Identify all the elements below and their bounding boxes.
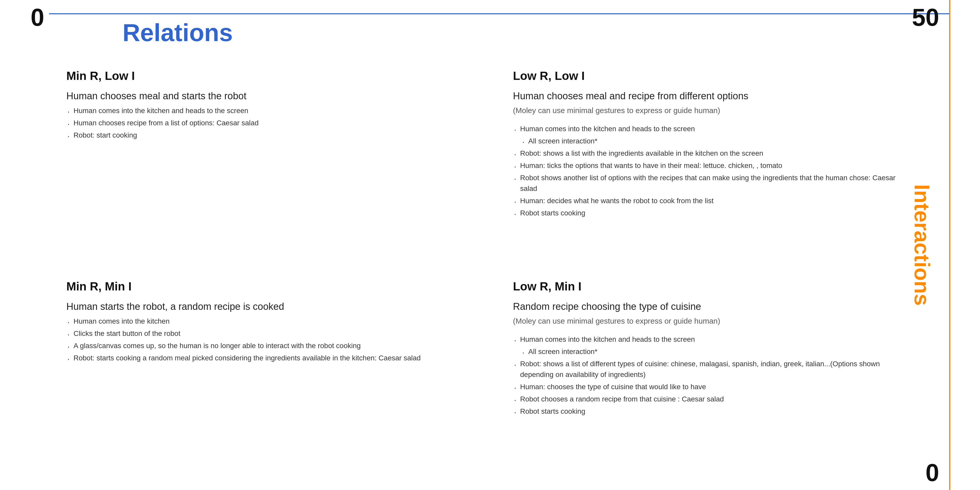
quadrant-1-bullets: Human comes into the kitchen and heads t… bbox=[66, 105, 467, 141]
bullet-item: Human comes into the kitchen bbox=[66, 316, 467, 327]
bullet-item: Robot starts cooking bbox=[513, 406, 914, 417]
page-title: Relations bbox=[123, 21, 233, 45]
bullet-item-sub: All screen interaction* bbox=[513, 136, 914, 146]
bullet-item: Robot chooses a random recipe from that … bbox=[513, 394, 914, 404]
quadrant-4-subtitle: Random recipe choosing the type of cuisi… bbox=[513, 301, 914, 313]
bullet-item: Robot shows another list of options with… bbox=[513, 172, 914, 194]
bullet-item: Robot starts cooking bbox=[513, 208, 914, 218]
bullet-item: Robot: start cooking bbox=[66, 130, 467, 141]
quadrant-2-subtitle: Human chooses meal and recipe from diffe… bbox=[513, 90, 914, 102]
quadrant-min-r-min-i: Min R, Min I Human starts the robot, a r… bbox=[51, 269, 482, 465]
top-left-number: 0 bbox=[30, 5, 44, 30]
bullet-item: Human: chooses the type of cuisine that … bbox=[513, 382, 914, 392]
bullet-item: Human comes into the kitchen and heads t… bbox=[66, 105, 467, 116]
quadrant-1-title: Min R, Low I bbox=[66, 69, 467, 83]
quadrant-4-subtitle-small: (Moley can use minimal gestures to expre… bbox=[513, 316, 914, 326]
top-blue-line bbox=[49, 13, 950, 14]
bullet-item: Robot: starts cooking a random meal pick… bbox=[66, 353, 467, 363]
bullet-item: Human: decides what he wants the robot t… bbox=[513, 196, 914, 206]
bullet-item: Robot: shows a list with the ingredients… bbox=[513, 148, 914, 159]
bullet-item-sub: All screen interaction* bbox=[513, 346, 914, 357]
bullet-item: Clicks the start button of the robot bbox=[66, 328, 467, 339]
bullet-item: Human chooses recipe from a list of opti… bbox=[66, 118, 467, 128]
bullet-item: Human: ticks the options that wants to h… bbox=[513, 160, 914, 171]
quadrant-4-title: Low R, Min I bbox=[513, 280, 914, 293]
top-right-number: 50 bbox=[912, 5, 939, 30]
bullet-item: Human comes into the kitchen and heads t… bbox=[513, 124, 914, 134]
vertical-text-container: Interactions bbox=[950, 0, 980, 490]
quadrant-low-r-min-i: Low R, Min I Random recipe choosing the … bbox=[498, 269, 929, 465]
quadrant-1-subtitle: Human chooses meal and starts the robot bbox=[66, 90, 467, 102]
quadrant-3-title: Min R, Min I bbox=[66, 280, 467, 293]
quadrant-3-subtitle: Human starts the robot, a random recipe … bbox=[66, 301, 467, 313]
quadrant-3-bullets: Human comes into the kitchen Clicks the … bbox=[66, 316, 467, 363]
quadrant-2-title: Low R, Low I bbox=[513, 69, 914, 83]
bullet-item: Robot: shows a list of different types o… bbox=[513, 359, 914, 380]
quadrant-low-r-low-i: Low R, Low I Human chooses meal and reci… bbox=[498, 59, 929, 254]
quadrant-2-subtitle-small: (Moley can use minimal gestures to expre… bbox=[513, 105, 914, 115]
quadrant-2-bullets: Human comes into the kitchen and heads t… bbox=[513, 124, 914, 218]
bullet-item: Human comes into the kitchen and heads t… bbox=[513, 334, 914, 345]
quadrant-min-r-low-i: Min R, Low I Human chooses meal and star… bbox=[51, 59, 482, 254]
bullet-item: A glass/canvas comes up, so the human is… bbox=[66, 340, 467, 351]
quadrant-4-bullets: Human comes into the kitchen and heads t… bbox=[513, 334, 914, 417]
content-grid: Min R, Low I Human chooses meal and star… bbox=[51, 59, 929, 465]
